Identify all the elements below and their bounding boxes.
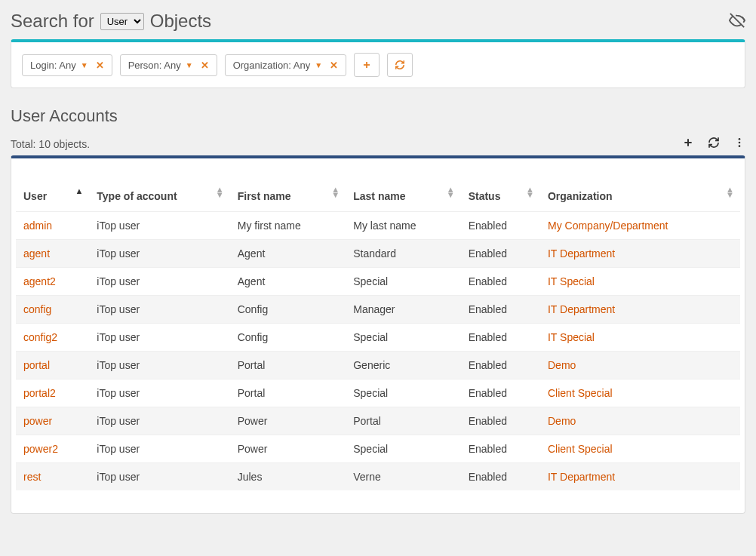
table-row: config2iTop userConfigSpecialEnabledIT S… [16, 324, 740, 352]
user-link[interactable]: rest [23, 471, 41, 483]
cell-status: Enabled [461, 296, 540, 324]
cell-status: Enabled [461, 352, 540, 379]
org-link[interactable]: My Company/Department [548, 220, 668, 232]
cell-status: Enabled [461, 324, 540, 352]
org-link[interactable]: Client Special [548, 387, 613, 399]
add-filter-button[interactable] [354, 53, 380, 77]
cell-first: Agent [230, 240, 346, 268]
total-count: Total: 10 objects. [11, 138, 90, 150]
table-row: restiTop userJulesVerneEnabledIT Departm… [16, 463, 740, 491]
more-actions-button[interactable] [733, 137, 745, 151]
user-link[interactable]: agent2 [23, 275, 56, 287]
table-row: portal2iTop userPortalSpecialEnabledClie… [16, 379, 740, 407]
user-link[interactable]: agent [23, 247, 50, 260]
caret-down-icon: ▼ [315, 61, 322, 69]
refresh-filters-button[interactable] [387, 53, 413, 77]
toolbar-actions [682, 137, 745, 151]
search-type-select[interactable]: User [100, 13, 144, 30]
search-title: Search for User Objects [11, 11, 211, 32]
cell-status: Enabled [461, 240, 540, 268]
column-header[interactable]: User▲ [16, 169, 89, 212]
user-link[interactable]: portal2 [23, 387, 56, 399]
cell-type: iTop user [89, 212, 229, 240]
cell-type: iTop user [89, 463, 229, 491]
cell-first: Agent [230, 268, 346, 296]
cell-status: Enabled [461, 268, 540, 296]
visibility-toggle-icon[interactable] [729, 12, 745, 31]
table-row: poweriTop userPowerPortalEnabledDemo [16, 407, 740, 435]
refresh-icon [708, 137, 720, 149]
caret-down-icon: ▼ [81, 61, 88, 69]
table-row: agentiTop userAgentStandardEnabledIT Dep… [16, 240, 740, 268]
user-link[interactable]: portal [23, 359, 50, 371]
cell-status: Enabled [461, 379, 540, 407]
remove-filter-icon[interactable]: ✕ [96, 60, 104, 71]
cell-first: Config [230, 324, 346, 352]
column-header[interactable]: Type of account▲▼ [89, 169, 229, 212]
org-link[interactable]: IT Department [548, 247, 615, 260]
org-link[interactable]: IT Special [548, 331, 595, 343]
table-header-row: User▲Type of account▲▼First name▲▼Last n… [16, 169, 740, 212]
cell-first: Config [230, 296, 346, 324]
sort-icon: ▲▼ [331, 187, 340, 197]
column-header[interactable]: First name▲▼ [230, 169, 346, 212]
filter-chip[interactable]: Organization: Any▼✕ [225, 54, 347, 76]
more-vertical-icon [733, 137, 745, 149]
search-suffix: Objects [150, 11, 211, 32]
org-link[interactable]: IT Special [548, 275, 595, 287]
org-link[interactable]: Demo [548, 359, 576, 371]
cell-first: Power [230, 435, 346, 463]
cell-type: iTop user [89, 435, 229, 463]
list-toolbar: Total: 10 objects. [11, 137, 745, 151]
svg-point-6 [739, 142, 741, 144]
table-row: configiTop userConfigManagerEnabledIT De… [16, 296, 740, 324]
table-row: adminiTop userMy first nameMy last nameE… [16, 212, 740, 240]
cell-last: Verne [346, 463, 460, 491]
filter-label: Organization: Any [233, 60, 311, 71]
search-header: Search for User Objects [11, 11, 745, 32]
remove-filter-icon[interactable]: ✕ [330, 60, 338, 71]
cell-status: Enabled [461, 407, 540, 435]
user-link[interactable]: power2 [23, 443, 58, 455]
filter-chip[interactable]: Login: Any▼✕ [22, 54, 112, 76]
table-row: agent2iTop userAgentSpecialEnabledIT Spe… [16, 268, 740, 296]
create-button[interactable] [682, 137, 694, 151]
search-prefix: Search for [11, 11, 94, 32]
cell-first: Jules [230, 463, 346, 491]
table-row: power2iTop userPowerSpecialEnabledClient… [16, 435, 740, 463]
user-link[interactable]: admin [23, 220, 52, 232]
filter-chip[interactable]: Person: Any▼✕ [120, 54, 217, 76]
section-title: User Accounts [11, 106, 745, 126]
org-link[interactable]: IT Department [548, 471, 615, 483]
refresh-list-button[interactable] [708, 137, 720, 151]
user-link[interactable]: config [23, 303, 51, 315]
cell-type: iTop user [89, 352, 229, 379]
filter-label: Person: Any [128, 60, 181, 71]
org-link[interactable]: Demo [548, 415, 576, 427]
cell-type: iTop user [89, 296, 229, 324]
caret-down-icon: ▼ [186, 61, 193, 69]
refresh-icon [395, 60, 405, 70]
column-header[interactable]: Organization▲▼ [540, 169, 740, 212]
cell-first: My first name [230, 212, 346, 240]
org-link[interactable]: Client Special [548, 443, 613, 455]
remove-filter-icon[interactable]: ✕ [201, 60, 209, 71]
cell-type: iTop user [89, 379, 229, 407]
svg-point-7 [739, 145, 741, 147]
cell-last: Generic [346, 352, 460, 379]
plus-icon [682, 137, 694, 149]
sort-icon: ▲▼ [447, 187, 455, 197]
cell-status: Enabled [461, 463, 540, 491]
org-link[interactable]: IT Department [548, 303, 615, 315]
filter-label: Login: Any [30, 60, 76, 71]
cell-status: Enabled [461, 435, 540, 463]
cell-last: Standard [346, 240, 460, 268]
user-link[interactable]: power [23, 415, 52, 427]
column-header[interactable]: Status▲▼ [461, 169, 540, 212]
user-link[interactable]: config2 [23, 331, 57, 343]
cell-type: iTop user [89, 268, 229, 296]
cell-last: Manager [346, 296, 460, 324]
cell-last: Special [346, 379, 460, 407]
column-header[interactable]: Last name▲▼ [346, 169, 460, 212]
cell-first: Portal [230, 352, 346, 379]
